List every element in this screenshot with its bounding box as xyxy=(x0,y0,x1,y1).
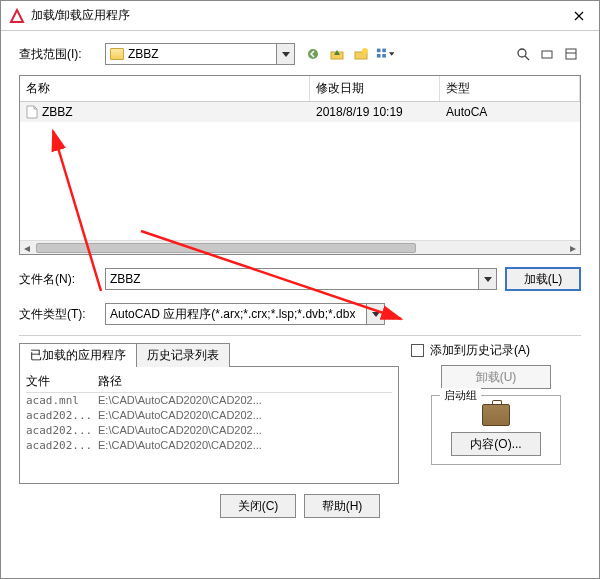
file-type: AutoCA xyxy=(440,102,580,122)
svg-rect-10 xyxy=(566,49,576,59)
search-icon[interactable] xyxy=(513,44,533,64)
svg-rect-7 xyxy=(382,54,386,58)
loaded-item[interactable]: acad202...E:\CAD\AutoCAD2020\CAD202... xyxy=(26,408,392,423)
titlebar: 加载/卸载应用程序 xyxy=(1,1,599,31)
file-row[interactable]: ZBBZ 2018/8/19 10:19 AutoCA xyxy=(20,102,580,122)
help-button[interactable]: 帮助(H) xyxy=(304,494,380,518)
unload-button: 卸载(U) xyxy=(441,365,551,389)
close-icon[interactable] xyxy=(559,1,599,31)
file-icon xyxy=(26,105,38,119)
file-date: 2018/8/19 10:19 xyxy=(310,102,440,122)
back-icon[interactable] xyxy=(303,44,323,64)
scroll-thumb[interactable] xyxy=(36,243,416,253)
add-history-checkbox[interactable]: 添加到历史记录(A) xyxy=(411,342,581,359)
briefcase-icon xyxy=(482,404,510,426)
new-folder-icon[interactable] xyxy=(351,44,371,64)
tab-page-loaded: 文件 路径 acad.mnlE:\CAD\AutoCAD2020\CAD202.… xyxy=(19,366,399,484)
scroll-right-icon[interactable]: ▸ xyxy=(566,241,580,255)
scroll-left-icon[interactable]: ◂ xyxy=(20,241,34,255)
loaded-item[interactable]: acad.mnlE:\CAD\AutoCAD2020\CAD202... xyxy=(26,393,392,408)
window-title: 加载/卸载应用程序 xyxy=(31,7,559,24)
filetype-label: 文件类型(T): xyxy=(19,306,97,323)
loaded-col-file: 文件 xyxy=(26,373,98,390)
up-folder-icon[interactable] xyxy=(327,44,347,64)
startup-group-title: 启动组 xyxy=(440,388,481,403)
loaded-item[interactable]: acad202...E:\CAD\AutoCAD2020\CAD202... xyxy=(26,423,392,438)
loaded-item[interactable]: acad202...E:\CAD\AutoCAD2020\CAD202... xyxy=(26,438,392,453)
tool-icon-1[interactable] xyxy=(537,44,557,64)
svg-rect-6 xyxy=(377,54,381,58)
tabs-container: 已加载的应用程序 历史记录列表 文件 路径 acad.mnlE:\CAD\Aut… xyxy=(19,342,399,484)
svg-point-3 xyxy=(362,48,368,54)
lookin-label: 查找范围(I): xyxy=(19,46,97,63)
contents-button[interactable]: 内容(O)... xyxy=(451,432,541,456)
chevron-down-icon[interactable] xyxy=(366,304,384,324)
file-name: ZBBZ xyxy=(42,105,73,119)
col-date[interactable]: 修改日期 xyxy=(310,76,440,101)
svg-rect-5 xyxy=(382,49,386,53)
checkbox-icon xyxy=(411,344,424,357)
filename-input[interactable]: ZBBZ xyxy=(105,268,497,290)
chevron-down-icon[interactable] xyxy=(276,44,294,64)
svg-rect-4 xyxy=(377,49,381,53)
load-button[interactable]: 加载(L) xyxy=(505,267,581,291)
chevron-down-icon[interactable] xyxy=(478,269,496,289)
col-name[interactable]: 名称 xyxy=(20,76,310,101)
startup-group: 启动组 内容(O)... xyxy=(431,395,561,465)
file-list-header: 名称 修改日期 类型 xyxy=(20,76,580,102)
horizontal-scrollbar[interactable]: ◂ ▸ xyxy=(20,240,580,254)
loaded-col-path: 路径 xyxy=(98,373,392,390)
tab-loaded-apps[interactable]: 已加载的应用程序 xyxy=(19,343,137,367)
tab-history[interactable]: 历史记录列表 xyxy=(136,343,230,367)
divider xyxy=(19,335,581,336)
col-type[interactable]: 类型 xyxy=(440,76,580,101)
svg-point-8 xyxy=(518,49,526,57)
lookin-value: ZBBZ xyxy=(128,47,159,61)
folder-icon xyxy=(110,48,124,60)
svg-rect-9 xyxy=(542,51,552,58)
lookin-combo[interactable]: ZBBZ xyxy=(105,43,295,65)
views-icon[interactable] xyxy=(375,44,395,64)
app-logo-icon xyxy=(9,8,25,24)
tool-icon-2[interactable] xyxy=(561,44,581,64)
file-list-panel: 名称 修改日期 类型 ZBBZ 2018/8/19 10:19 AutoCA ◂… xyxy=(19,75,581,255)
filetype-combo[interactable]: AutoCAD 应用程序(*.arx;*.crx;*.lsp;*.dvb;*.d… xyxy=(105,303,385,325)
close-button[interactable]: 关闭(C) xyxy=(220,494,296,518)
svg-point-0 xyxy=(308,49,318,59)
filename-label: 文件名(N): xyxy=(19,271,97,288)
